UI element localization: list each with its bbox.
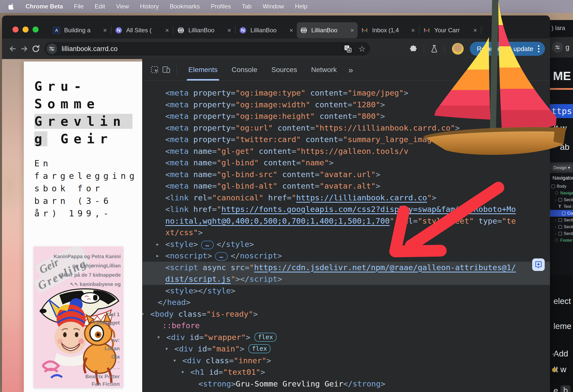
tab-favicon-gmail-icon xyxy=(361,27,368,34)
navigator-item-container[interactable]: ›Container xyxy=(550,210,573,217)
browser-tab-inbox-1-4[interactable]: Inbox (1,4× xyxy=(358,22,418,38)
tab-close-icon[interactable]: × xyxy=(165,27,169,34)
code-line[interactable]: ::before xyxy=(142,320,550,331)
inspect-element-button[interactable] xyxy=(149,64,161,76)
tab-close-icon[interactable]: × xyxy=(103,27,107,34)
menu-item-tab[interactable]: Tab xyxy=(242,3,252,10)
menu-item-edit[interactable]: Edit xyxy=(95,3,105,10)
resource-link[interactable]: https://cdn.jsdelivr.net/npm/@raae/galle… xyxy=(254,263,516,272)
tab-favicon-origami-icon xyxy=(115,27,122,34)
close-window-button[interactable] xyxy=(13,27,19,33)
resource-link[interactable]: no:ital,wght@0,400;0,500;0,700;1,400;1,5… xyxy=(165,216,390,225)
box-icon xyxy=(558,218,562,222)
tab-favicon-globe-icon xyxy=(300,27,307,34)
code-line[interactable]: dist/script.js"></script> xyxy=(142,273,550,285)
menu-item-help[interactable]: Help xyxy=(295,3,307,10)
text-icon: T xyxy=(558,204,562,209)
tab-favicon-origami-icon xyxy=(239,27,246,34)
collapse-arrow-icon[interactable]: ▾ xyxy=(181,366,184,378)
navigator-item-section[interactable]: ›Section xyxy=(550,230,573,237)
code-line[interactable]: <style></style> xyxy=(142,285,550,297)
menu-item-window[interactable]: Window xyxy=(262,3,284,10)
pink-scribble xyxy=(43,361,59,372)
tab-close-icon[interactable]: × xyxy=(350,27,354,34)
page-card: Gru-SommeGrevling Geir Enfargeleggingsbo… xyxy=(24,62,142,392)
background-text-snippet: eb xyxy=(553,385,570,392)
collapse-arrow-icon[interactable]: ▾ xyxy=(142,308,144,320)
menu-item-file[interactable]: File xyxy=(74,3,84,10)
minimize-window-button[interactable] xyxy=(23,27,29,33)
expand-arrow-icon[interactable]: ▸ xyxy=(156,238,159,250)
bullet-dot-icon xyxy=(552,368,556,372)
code-line[interactable]: ▾<div class="inner"> xyxy=(142,355,550,366)
tab-close-icon[interactable]: × xyxy=(227,27,231,34)
browser-tab-lillianboo[interactable]: LillianBoo× xyxy=(174,22,235,38)
menu-item-history[interactable]: History xyxy=(140,3,159,10)
forward-button[interactable] xyxy=(19,43,30,55)
devtools-tab-sources[interactable]: Sources xyxy=(264,59,304,81)
inspect-icon xyxy=(150,65,159,74)
tab-close-icon[interactable]: × xyxy=(290,27,293,34)
menu-item-profiles[interactable]: Profiles xyxy=(211,3,231,10)
address-bar[interactable]: lillianbook.carrd.co G ☆ xyxy=(45,42,370,56)
tab-divider xyxy=(111,26,111,34)
code-line[interactable]: ▾<div id="wrapper">flex xyxy=(142,331,550,343)
menu-item-bookmarks[interactable]: Bookmarks xyxy=(170,3,200,10)
mast xyxy=(490,0,499,148)
browser-tab-building-a[interactable]: ABuilding a× xyxy=(50,22,110,38)
tab-divider xyxy=(235,26,235,34)
back-button[interactable] xyxy=(7,43,19,55)
devtools-tab-console[interactable]: Console xyxy=(225,59,264,81)
background-notes-panel xyxy=(550,275,573,392)
collapsed-content-ellipsis[interactable]: … xyxy=(201,241,214,249)
code-line[interactable]: ▾<h1 id="text01"> xyxy=(142,366,550,378)
code-line[interactable]: <script async src="https://cdn.jsdelivr.… xyxy=(142,262,550,273)
translate-button[interactable]: G xyxy=(344,45,352,53)
page-viewport: Gru-SommeGrevling Geir Enfargeleggingsbo… xyxy=(2,59,142,392)
more-tabs-button[interactable]: » xyxy=(348,65,353,75)
collapsed-content-ellipsis[interactable]: … xyxy=(215,252,228,261)
flex-badge[interactable]: flex xyxy=(254,333,276,342)
browser-tab-lillianboo[interactable]: LillianBoo× xyxy=(297,22,358,38)
browser-tab-all-sites-[interactable]: All Sites (× xyxy=(112,22,173,38)
code-line[interactable]: ▾<body class="is-ready"> xyxy=(142,308,550,320)
url-text[interactable]: lillianbook.carrd.co xyxy=(62,45,337,53)
devtools-tab-elements[interactable]: Elements xyxy=(181,59,225,81)
collapse-arrow-icon[interactable]: ▾ xyxy=(173,355,176,366)
globe-favicon-icon xyxy=(300,27,307,34)
navigator-item-text-block[interactable]: TText Block xyxy=(550,203,573,210)
tune-icon xyxy=(49,46,55,52)
site-settings-button[interactable] xyxy=(47,44,57,54)
collapse-arrow-icon[interactable]: ▾ xyxy=(157,331,160,343)
resource-link[interactable]: dist/script.js xyxy=(165,274,231,283)
code-line[interactable]: </head> xyxy=(142,296,550,308)
navigator-item-section[interactable]: ›Section xyxy=(550,217,573,223)
bullet-dash-icon xyxy=(552,353,556,355)
navigator-item-section[interactable]: ›Section xyxy=(550,223,573,230)
expand-arrow-icon[interactable]: ▸ xyxy=(156,250,159,262)
menu-item-view[interactable]: View xyxy=(116,3,129,10)
menu-item-chrome-beta[interactable]: Chrome Beta xyxy=(26,3,63,10)
builder-favicon-icon xyxy=(239,27,246,34)
tab-favicon-a-icon: A xyxy=(53,27,60,34)
tab-close-icon[interactable]: × xyxy=(411,27,415,34)
collapse-arrow-icon[interactable]: ▾ xyxy=(165,343,168,355)
device-toolbar-button[interactable] xyxy=(161,64,172,76)
code-line[interactable]: ▾<div id="main">flex xyxy=(142,343,550,355)
ai-assistance-badge[interactable] xyxy=(532,258,545,271)
navigator-item-section[interactable]: ›Section xyxy=(550,196,573,203)
rear-sail xyxy=(431,37,493,121)
bookmark-star-button[interactable]: ☆ xyxy=(358,44,366,54)
code-line[interactable]: <strong>Gru-Somme Grevling Geir</strong> xyxy=(142,378,550,390)
book-cover-image[interactable]: Geir Grevling KaninPappa og Petra Kanini… xyxy=(34,246,123,388)
apple-icon[interactable] xyxy=(9,3,15,10)
browser-tab-lillianboo[interactable]: LillianBoo× xyxy=(236,22,297,38)
box-icon xyxy=(558,232,562,235)
zoom-window-button[interactable] xyxy=(33,27,39,33)
flex-badge[interactable]: flex xyxy=(248,344,270,353)
reload-button[interactable] xyxy=(30,43,42,55)
devtools-tab-network[interactable]: Network xyxy=(304,59,344,81)
translate-icon: G xyxy=(344,45,352,53)
navigator-item-footer[interactable]: Footer xyxy=(550,237,573,244)
cover-footer: Beatrix Potter Fan Fiction xyxy=(85,373,120,388)
